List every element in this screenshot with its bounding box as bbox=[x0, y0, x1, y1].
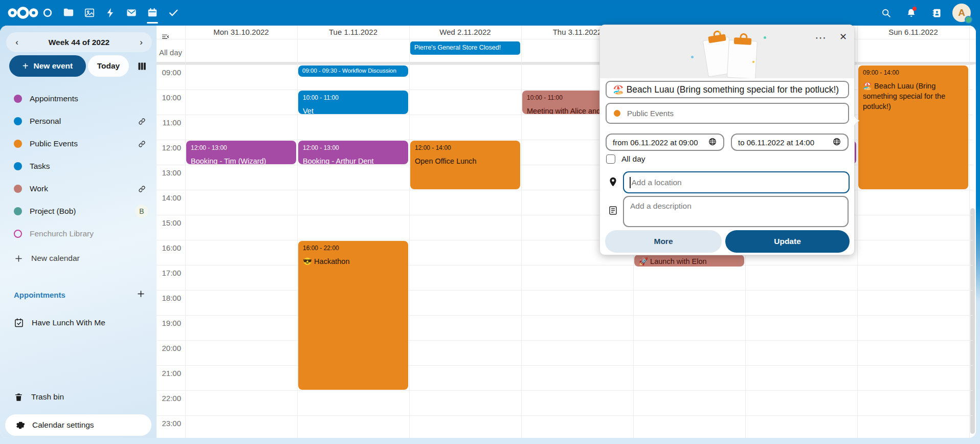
actions-menu-button[interactable]: ⋯ bbox=[815, 31, 827, 45]
nextcloud-logo[interactable] bbox=[7, 0, 39, 26]
all-day-label: All day bbox=[159, 48, 185, 57]
event[interactable]: 12:00 - 13:00Booking - Tim (Wizard) bbox=[186, 141, 296, 164]
event-time: 12:00 - 13:00 bbox=[191, 144, 292, 151]
avatar[interactable]: A bbox=[952, 4, 971, 22]
start-datetime-picker[interactable]: from 06.11.2022 at 09:00 bbox=[606, 134, 724, 151]
vertical-scrollbar-thumb[interactable] bbox=[970, 208, 975, 434]
week-label: Week 44 of 2022 bbox=[49, 38, 109, 47]
calendar-item-label: Public Events bbox=[30, 139, 135, 148]
trash-icon bbox=[14, 392, 24, 402]
description-icon bbox=[608, 205, 618, 218]
search-icon[interactable] bbox=[875, 0, 897, 26]
hour-label: 14:00 bbox=[157, 193, 181, 202]
day-header: Mon 31.10.2022 bbox=[185, 26, 297, 39]
grid-line bbox=[857, 26, 858, 438]
illustration-clip bbox=[734, 37, 752, 45]
shared-user-badge: B bbox=[135, 205, 148, 218]
app-activity-icon[interactable] bbox=[100, 0, 121, 26]
event[interactable]: 09:00 - 09:30 - Workflow Discussion bbox=[298, 65, 408, 77]
calendar-item-personal[interactable]: Personal bbox=[0, 110, 157, 132]
timezone-globe-icon[interactable] bbox=[832, 137, 841, 148]
notifications-bell-icon[interactable] bbox=[900, 0, 922, 26]
calendar-settings-button[interactable]: Calendar settings bbox=[5, 414, 151, 436]
contacts-menu-icon[interactable] bbox=[925, 0, 948, 26]
event[interactable]: 12:00 - 14:00Open Office Lunch bbox=[410, 141, 520, 189]
today-button[interactable]: Today bbox=[88, 55, 129, 77]
next-week-button[interactable]: › bbox=[133, 35, 149, 50]
calendar-color-dot bbox=[14, 162, 22, 170]
grid-line bbox=[157, 415, 973, 416]
hour-label: 22:00 bbox=[157, 394, 181, 403]
calendar-color-dot bbox=[614, 110, 620, 117]
description-input[interactable]: Add a description bbox=[623, 196, 849, 227]
calendar-picker-value: Public Events bbox=[627, 109, 674, 118]
new-event-button[interactable]: + New event bbox=[9, 55, 86, 77]
appointment-item[interactable]: Have Lunch With Me bbox=[0, 312, 157, 334]
app-calendar-icon[interactable] bbox=[142, 0, 163, 26]
calendar-item-public-events[interactable]: Public Events bbox=[0, 132, 157, 155]
event[interactable]: 09:00 - 14:00🏖️ Beach Luau (Bring someth… bbox=[858, 65, 968, 189]
gear-icon bbox=[15, 420, 25, 430]
appointments-section-header: Appointments bbox=[0, 287, 157, 302]
more-button[interactable]: More bbox=[605, 230, 722, 253]
all-day-checkbox[interactable] bbox=[606, 154, 615, 164]
compress-view-icon[interactable] bbox=[159, 32, 172, 44]
event[interactable]: 🚀 Launch with Elon bbox=[634, 255, 744, 267]
event-title: 🚀 Launch with Elon bbox=[639, 256, 740, 267]
timezone-globe-icon[interactable] bbox=[708, 137, 717, 148]
day-header: Tue 1.11.2022 bbox=[297, 26, 409, 39]
top-bar: A bbox=[0, 0, 980, 26]
event[interactable]: 10:00 - 11:00Vet bbox=[298, 91, 408, 114]
previous-week-button[interactable]: ‹ bbox=[9, 35, 25, 50]
app-files-icon[interactable] bbox=[58, 0, 79, 26]
event-title-input[interactable] bbox=[606, 81, 849, 98]
new-calendar-label: New calendar bbox=[31, 254, 80, 263]
calendar-item-label: Personal bbox=[30, 117, 135, 126]
calendar-color-ring bbox=[14, 230, 22, 238]
event-title: Open Office Lunch bbox=[415, 156, 516, 166]
day-header: Wed 2.11.2022 bbox=[409, 26, 521, 39]
calendar-check-icon bbox=[14, 318, 24, 328]
trash-bin-button[interactable]: Trash bin bbox=[0, 386, 157, 408]
calendar-item-fenchurch-library[interactable]: Fenchurch Library bbox=[0, 223, 157, 245]
calendar-item-appointments[interactable]: Appointments bbox=[0, 87, 157, 110]
event[interactable]: 16:00 - 22:00😎 Hackathon bbox=[298, 241, 408, 390]
hour-label: 20:00 bbox=[157, 344, 181, 352]
close-icon[interactable]: ✕ bbox=[839, 31, 847, 42]
hour-label: 17:00 bbox=[157, 269, 181, 277]
view-columns-toggle[interactable] bbox=[134, 60, 149, 74]
location-input[interactable]: Add a location bbox=[623, 171, 850, 193]
event-time: 12:00 - 14:00 bbox=[415, 144, 516, 151]
app-mail-icon[interactable] bbox=[121, 0, 142, 26]
all-day-event[interactable]: Pierre's General Store Closed! bbox=[410, 41, 520, 55]
event[interactable]: 12:00 - 13:00Booking - Arthur Dent bbox=[298, 141, 408, 164]
calendar-item-tasks[interactable]: Tasks bbox=[0, 155, 157, 177]
grid-line bbox=[157, 390, 973, 391]
hour-label: 21:00 bbox=[157, 369, 181, 378]
confetti-dot bbox=[752, 61, 754, 63]
calendar-color-dot bbox=[14, 117, 22, 125]
calendar-item-work[interactable]: Work bbox=[0, 177, 157, 200]
event-title: 🏖️ Beach Luau (Bring something special f… bbox=[863, 81, 964, 112]
calendar-item-project-bob-[interactable]: Project (Bob)B bbox=[0, 200, 157, 223]
add-appointment-button[interactable] bbox=[133, 287, 148, 302]
calendar-item-label: Work bbox=[30, 184, 135, 193]
update-button[interactable]: Update bbox=[725, 230, 850, 253]
day-header: Sun 6.11.2022 bbox=[857, 26, 969, 39]
description-placeholder: Add a description bbox=[630, 202, 692, 210]
app-circles-icon[interactable] bbox=[37, 0, 58, 26]
new-calendar-button[interactable]: New calendar bbox=[0, 247, 157, 270]
text-caret bbox=[630, 177, 631, 188]
confetti-dot bbox=[719, 31, 721, 33]
event-time: 12:00 - 13:00 bbox=[303, 144, 404, 151]
grid-line bbox=[157, 365, 973, 366]
hour-label: 13:00 bbox=[157, 168, 181, 177]
end-datetime-value: to 06.11.2022 at 14:00 bbox=[738, 138, 814, 147]
app-photos-icon[interactable] bbox=[79, 0, 100, 26]
calendar-picker[interactable]: Public Events bbox=[606, 103, 849, 124]
hour-label: 09:00 bbox=[157, 68, 181, 77]
start-datetime-value: from 06.11.2022 at 09:00 bbox=[613, 138, 698, 147]
app-tasks-icon[interactable] bbox=[163, 0, 184, 26]
location-placeholder: Add a location bbox=[632, 178, 682, 187]
end-datetime-picker[interactable]: to 06.11.2022 at 14:00 bbox=[731, 134, 849, 151]
